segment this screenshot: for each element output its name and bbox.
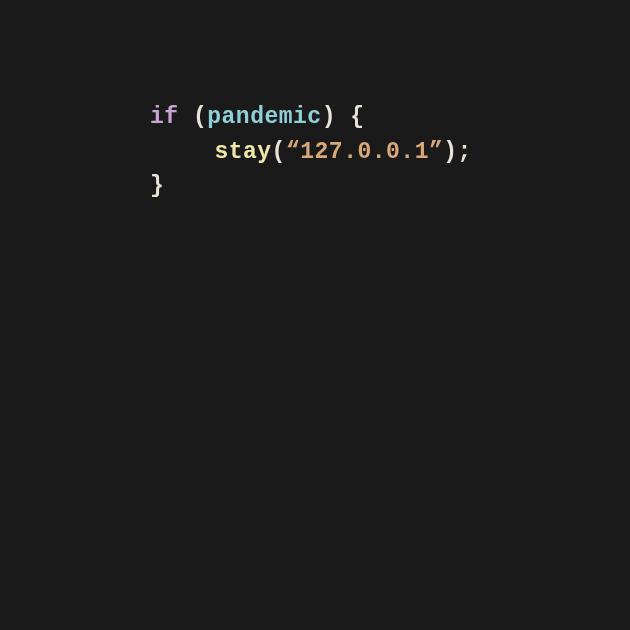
- condition-variable: pandemic: [207, 104, 321, 130]
- open-brace: {: [350, 104, 364, 130]
- code-snippet: if (pandemic) { stay(“127.0.0.1”); }: [150, 100, 472, 204]
- open-paren: (: [193, 104, 207, 130]
- keyword-if: if: [150, 104, 179, 130]
- code-line-2: stay(“127.0.0.1”);: [150, 135, 472, 170]
- string-literal: “127.0.0.1”: [286, 139, 443, 165]
- close-brace: }: [150, 173, 164, 199]
- code-line-1: if (pandemic) {: [150, 100, 472, 135]
- semicolon: ;: [458, 139, 472, 165]
- close-paren: ): [322, 104, 336, 130]
- close-paren-inner: ): [443, 139, 457, 165]
- code-line-3: }: [150, 169, 472, 204]
- open-paren-inner: (: [272, 139, 286, 165]
- function-call: stay: [214, 139, 271, 165]
